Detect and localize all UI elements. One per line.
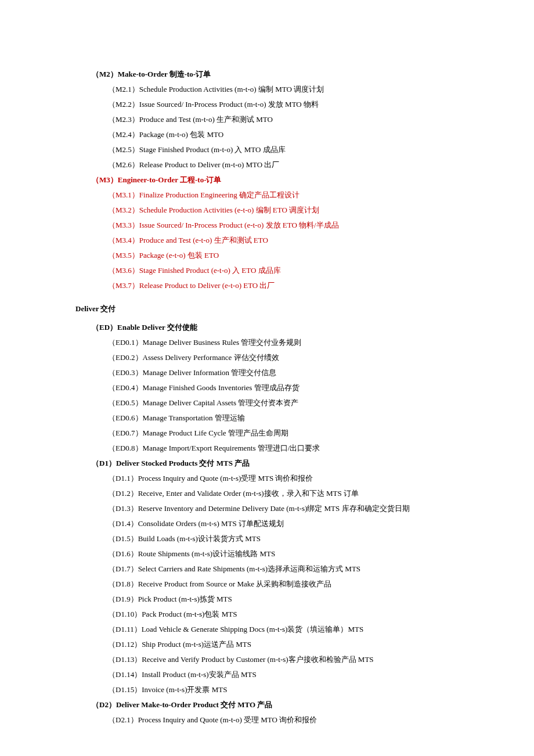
ed-item: （ED0.2）Assess Delivery Performance 评估交付绩…	[108, 350, 467, 365]
ed-item: （ED0.1）Manage Deliver Business Rules 管理交…	[108, 335, 467, 350]
d1-header: （D1）Deliver Stocked Products 交付 MTS 产品	[92, 456, 467, 471]
ed-header: （ED）Enable Deliver 交付使能	[92, 320, 467, 335]
m3-header: （M3）Engineer-to-Order 工程-to-订单	[92, 172, 467, 188]
m2-header: （M2）Make-to-Order 制造-to-订单	[92, 67, 467, 82]
d1-item: （D1.9）Pick Product (m-t-s)拣货 MTS	[108, 592, 467, 607]
d1-item: （D1.7）Select Carriers and Rate Shipments…	[108, 561, 467, 577]
m3-item: （M3.4）Produce and Test (e-t-o) 生产和测试 ETO	[108, 233, 467, 248]
ed-item: （ED0.5）Manage Deliver Capital Assets 管理交…	[108, 395, 467, 411]
ed-item: （ED0.8）Manage Import/Export Requirements…	[108, 441, 467, 456]
d2-item: （D2.1）Process Inquiry and Quote (m-t-o) …	[108, 712, 467, 728]
ed-item: （ED0.4）Manage Finished Goods Inventories…	[108, 380, 467, 395]
m3-item: （M3.2）Schedule Production Activities (e-…	[108, 203, 467, 218]
deliver-title: Deliver 交付	[75, 301, 467, 316]
m2-item: （M2.4）Package (m-t-o) 包装 MTO	[108, 127, 467, 142]
document-page: （M2）Make-to-Order 制造-to-订单 （M2.1）Schedul…	[0, 0, 534, 756]
d1-item: （D1.5）Build Loads (m-t-s)设计装货方式 MTS	[108, 531, 467, 546]
d1-item: （D1.15）Invoice (m-t-s)开发票 MTS	[108, 682, 467, 697]
ed-item: （ED0.7）Manage Product Life Cycle 管理产品生命周…	[108, 426, 467, 441]
d1-item: （D1.2）Receive, Enter and Validate Order …	[108, 486, 467, 501]
m3-item: （M3.5）Package (e-t-o) 包装 ETO	[108, 248, 467, 263]
m2-item: （M2.1）Schedule Production Activities (m-…	[108, 82, 467, 97]
m3-item: （M3.1）Finalize Production Engineering 确定…	[108, 188, 467, 203]
d1-item: （D1.3）Reserve Inventory and Determine De…	[108, 501, 467, 516]
d1-item: （D1.1）Process Inquiry and Quote (m-t-s)受…	[108, 471, 467, 486]
d1-item: （D1.14）Install Product (m-t-s)安装产品 MTS	[108, 667, 467, 682]
d1-item: （D1.10）Pack Product (m-t-s)包装 MTS	[108, 607, 467, 622]
ed-item: （ED0.6）Manage Transportation 管理运输	[108, 411, 467, 426]
d1-item: （D1.8）Receive Product from Source or Mak…	[108, 577, 467, 592]
m3-item: （M3.7）Release Product to Deliver (e-t-o)…	[108, 278, 467, 293]
m2-item: （M2.3）Produce and Test (m-t-o) 生产和测试 MTO	[108, 112, 467, 127]
m2-item: （M2.6）Release Product to Deliver (m-t-o)…	[108, 157, 467, 172]
m2-item: （M2.5）Stage Finished Product (m-t-o) 入 M…	[108, 142, 467, 157]
d1-item: （D1.4）Consolidate Orders (m-t-s) MTS 订单配…	[108, 516, 467, 531]
d1-item: （D1.13）Receive and Verify Product by Cus…	[108, 652, 467, 667]
d1-item: （D1.12）Ship Product (m-t-s)运送产品 MTS	[108, 637, 467, 652]
d1-item: （D1.11）Load Vehicle & Generate Shipping …	[108, 622, 467, 637]
ed-item: （ED0.3）Manage Deliver Information 管理交付信息	[108, 365, 467, 380]
d2-header: （D2）Deliver Make-to-Order Product 交付 MTO…	[92, 697, 467, 712]
m2-item: （M2.2）Issue Sourced/ In-Process Product …	[108, 97, 467, 112]
m3-item: （M3.6）Stage Finished Product (e-t-o) 入 E…	[108, 263, 467, 278]
m3-item: （M3.3）Issue Sourced/ In-Process Product …	[108, 218, 467, 233]
d1-item: （D1.6）Route Shipments (m-t-s)设计运输线路 MTS	[108, 546, 467, 561]
